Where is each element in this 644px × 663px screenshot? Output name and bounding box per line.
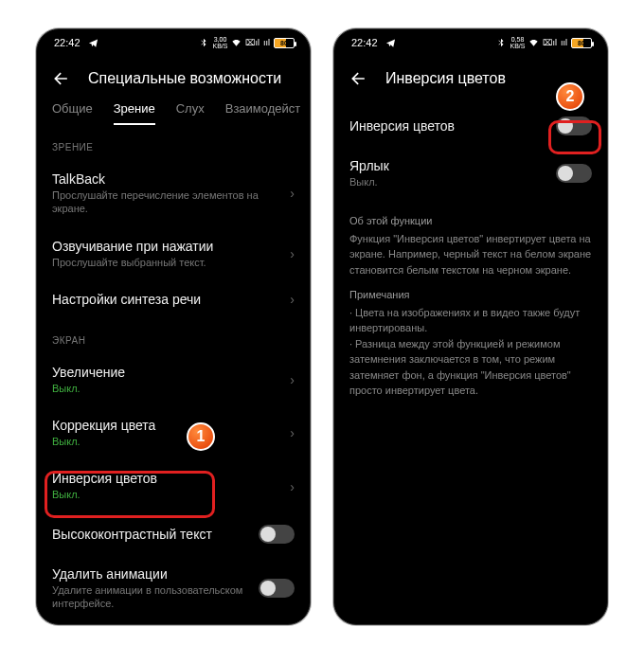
- row-tts[interactable]: Настройки синтеза речи ›: [52, 280, 295, 318]
- toggle-color-inversion[interactable]: [556, 116, 592, 135]
- header: Специальные возможности: [37, 56, 310, 96]
- chevron-right-icon: ›: [290, 372, 295, 387]
- statusbar: 22:42 0,58KB/S ⌧ıl ııl 80: [334, 29, 607, 56]
- tab-vision[interactable]: Зрение: [114, 101, 155, 125]
- battery-icon: 80: [571, 38, 592, 48]
- note-1: · Цвета на изображениях и в видео также …: [349, 305, 592, 336]
- telegram-icon: [385, 38, 396, 48]
- tabs: Общие Зрение Слух Взаимодейст: [37, 96, 310, 125]
- notes-heading: Примечания: [349, 287, 592, 303]
- tab-general[interactable]: Общие: [52, 101, 93, 125]
- note-2: · Разница между этой функцией и режимом …: [349, 336, 592, 399]
- wifi-icon: [231, 38, 242, 48]
- row-high-contrast[interactable]: Высококонтрастный текст: [52, 513, 295, 555]
- signal-icon: ⌧ıl: [245, 38, 259, 47]
- row-magnification[interactable]: Увеличение Выкл. ›: [52, 353, 295, 406]
- status-time: 22:42: [351, 37, 378, 48]
- signal2-icon: ııl: [263, 38, 270, 47]
- telegram-icon: [88, 38, 98, 48]
- row-color-inversion[interactable]: Инверсия цветов Выкл. ›: [52, 459, 295, 512]
- about-heading: Об этой функции: [349, 213, 592, 229]
- battery-icon: 80: [274, 38, 295, 48]
- toggle-high-contrast[interactable]: [259, 525, 295, 544]
- section-vision: ЗРЕНИЕ: [52, 142, 295, 152]
- chevron-right-icon: ›: [290, 186, 295, 201]
- tab-hearing[interactable]: Слух: [176, 101, 205, 125]
- section-screen: ЭКРАН: [52, 335, 295, 346]
- chevron-right-icon: ›: [290, 292, 295, 307]
- row-speak-on-tap[interactable]: Озвучивание при нажатии Прослушайте выбр…: [52, 227, 295, 280]
- chevron-right-icon: ›: [290, 479, 295, 494]
- row-remove-animations[interactable]: Удалить анимации Удалите анимации в поль…: [52, 555, 295, 622]
- page-title: Специальные возможности: [88, 70, 281, 87]
- toggle-remove-animations[interactable]: [259, 579, 295, 598]
- row-shortcut[interactable]: Ярлык Выкл.: [349, 147, 592, 200]
- signal2-icon: ııl: [561, 38, 567, 47]
- content: ЗРЕНИЕ TalkBack Прослушайте перечисление…: [37, 125, 310, 624]
- header: Инверсия цветов: [334, 56, 607, 96]
- content: Инверсия цветов Ярлык Выкл. Об этой функ…: [334, 96, 607, 624]
- back-button[interactable]: [349, 69, 368, 88]
- phone-right: 22:42 0,58KB/S ⌧ıl ııl 80 Инверсия цвето…: [333, 28, 608, 625]
- row-color-correction[interactable]: Коррекция цвета Выкл. ›: [52, 406, 295, 459]
- description: Об этой функции Функция "Инверсия цветов…: [349, 213, 592, 399]
- statusbar: 22:42 3,00KB/S ⌧ıl ııl 80: [37, 29, 310, 56]
- data-speed: 3,00KB/S: [213, 36, 228, 49]
- about-body: Функция "Инверсия цветов" инвертирует цв…: [349, 231, 592, 278]
- row-talkback[interactable]: TalkBack Прослушайте перечисление элемен…: [52, 160, 295, 227]
- bluetooth-icon: [496, 38, 507, 48]
- tab-interaction[interactable]: Взаимодейст: [225, 101, 301, 125]
- phone-left: 22:42 3,00KB/S ⌧ıl ııl 80 Специальные во…: [36, 28, 311, 625]
- row-inversion-toggle[interactable]: Инверсия цветов: [349, 96, 592, 147]
- toggle-shortcut[interactable]: [556, 164, 592, 183]
- chevron-right-icon: ›: [290, 425, 295, 440]
- wifi-icon: [528, 38, 539, 48]
- back-button[interactable]: [52, 69, 71, 88]
- status-time: 22:42: [54, 37, 80, 48]
- bluetooth-icon: [199, 38, 209, 48]
- chevron-right-icon: ›: [290, 246, 295, 261]
- page-title: Инверсия цветов: [385, 70, 506, 87]
- signal-icon: ⌧ıl: [543, 38, 557, 47]
- data-speed: 0,58KB/S: [510, 36, 526, 49]
